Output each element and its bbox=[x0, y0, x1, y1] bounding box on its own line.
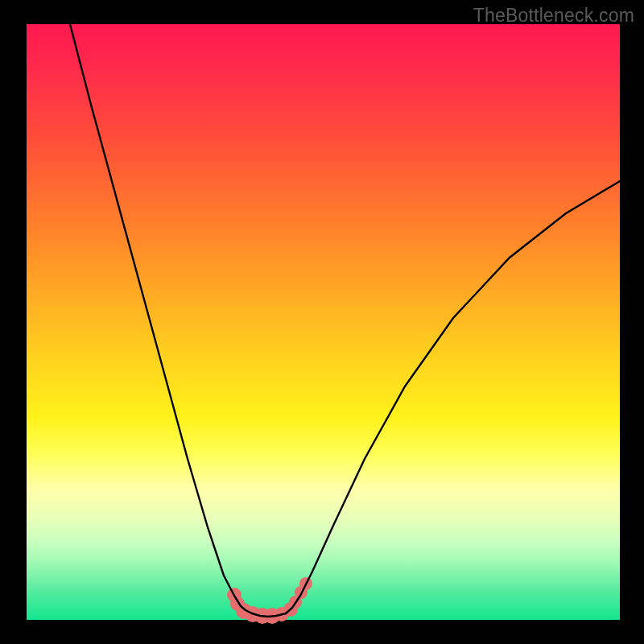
curve-right-branch bbox=[286, 181, 620, 613]
plot-area bbox=[27, 24, 620, 620]
watermark-text: TheBottleneck.com bbox=[473, 5, 634, 27]
curve-svg bbox=[27, 24, 620, 620]
chart-frame: TheBottleneck.com bbox=[0, 0, 644, 644]
curve-left-branch bbox=[70, 24, 252, 613]
